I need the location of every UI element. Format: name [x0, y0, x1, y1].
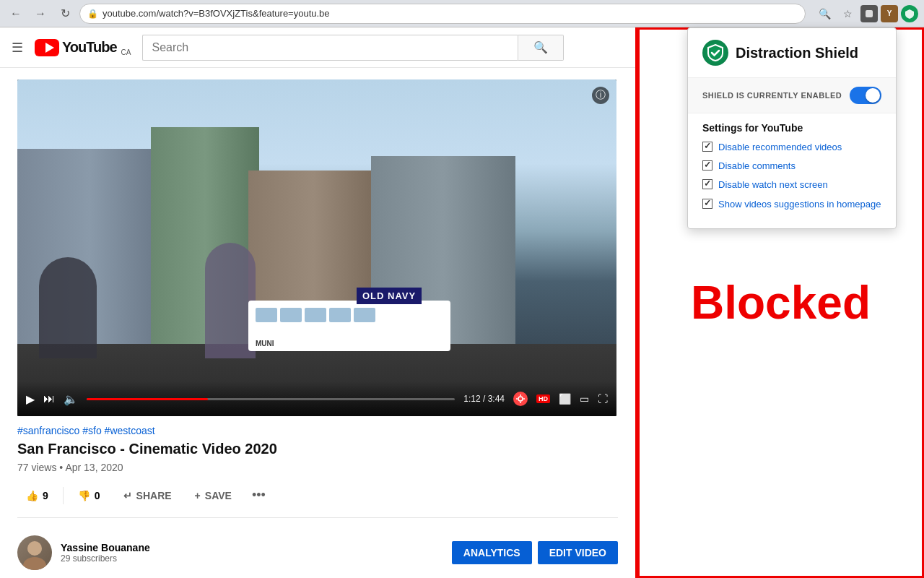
popup-toggle-row: SHIELD IS CURRENTLY ENABLED [688, 78, 896, 113]
channel-info: Yassine Bouanane 29 subscribers ANALYTIC… [17, 527, 618, 578]
hamburger-menu[interactable]: ☰ [12, 40, 23, 56]
popup-header: Distraction Shield [688, 28, 896, 78]
channel-buttons: ANALYTICS EDIT VIDEO [452, 541, 618, 564]
youtube-logo-icon [35, 39, 59, 56]
subscriber-count: 29 subscribers [61, 553, 150, 564]
checkbox-disable-watch-next[interactable] [702, 179, 712, 189]
analytics-button[interactable]: ANALYTICS [452, 541, 532, 564]
setting-show-video-suggestions: Show videos suggestions in homepage [702, 198, 881, 211]
person-1 [39, 257, 97, 358]
zoom-button[interactable]: 🔍 [814, 4, 834, 24]
hd-badge: HD [536, 394, 550, 403]
search-button[interactable]: 🔍 [518, 35, 564, 61]
checkbox-disable-comments[interactable] [702, 160, 712, 171]
bus-window [354, 308, 375, 322]
bus-window [280, 308, 302, 322]
old-navy-sign: OLD NAVY [357, 288, 422, 304]
bus-window [329, 308, 351, 322]
video-main-content: MUNI OLD NAVY ⓘ ▶ ⏭ 🔈 1:12 / 3:44 [0, 68, 635, 578]
reload-button[interactable]: ↻ [55, 4, 75, 24]
share-label: SHARE [136, 490, 172, 501]
save-icon: + [195, 490, 201, 501]
setting-disable-recommended: Disable recommended videos [702, 141, 881, 154]
miniplayer-button[interactable]: ⬜ [559, 393, 571, 405]
channel-details: Yassine Bouanane 29 subscribers [61, 542, 150, 564]
time-display: 1:12 / 3:44 [463, 394, 505, 404]
theater-button[interactable]: ▭ [580, 393, 589, 405]
svg-marker-1 [45, 43, 54, 53]
video-thumbnail: MUNI OLD NAVY [17, 79, 616, 416]
view-count: 77 views [17, 462, 56, 473]
checkbox-disable-recommended[interactable] [702, 142, 712, 152]
progress-bar[interactable] [87, 398, 455, 400]
shield-status-label: SHIELD IS CURRENTLY ENABLED [702, 91, 842, 100]
dislike-count: 0 [95, 490, 100, 501]
extension-icon-2[interactable]: Y [881, 5, 898, 22]
blocked-text: Blocked [691, 276, 871, 329]
bus-window [305, 308, 326, 322]
popup-settings-section: Settings for YouTube Disable recommended… [688, 113, 896, 228]
more-options-button[interactable]: ••• [246, 482, 271, 509]
share-icon: ↵ [123, 490, 132, 501]
toolbar-icons: 🔍 ☆ Y [814, 4, 918, 24]
youtube-logo-text: YouTube [62, 39, 117, 56]
distraction-shield-icon[interactable] [901, 5, 918, 22]
label-disable-watch-next[interactable]: Disable watch next screen [718, 178, 828, 191]
save-button[interactable]: + SAVE [186, 484, 240, 507]
thumbs-down-icon: 👎 [78, 490, 90, 501]
toggle-knob [866, 88, 880, 103]
url-text: youtube.com/watch?v=B3fOVXjZTis&feature=… [103, 8, 330, 19]
checkbox-show-video-suggestions[interactable] [702, 199, 712, 209]
youtube-content: ☰ YouTube CA 🔍 [0, 27, 635, 578]
settings-hd-icon[interactable] [513, 392, 528, 406]
thumbs-up-icon: 👍 [26, 490, 38, 501]
svg-point-4 [23, 557, 46, 570]
video-controls: ▶ ⏭ 🔈 1:12 / 3:44 HD ⬜ ▭ ⛶ [17, 381, 616, 416]
svg-point-3 [27, 541, 42, 556]
extension-icon-1[interactable] [860, 5, 878, 22]
search-input[interactable] [142, 35, 518, 61]
back-button[interactable]: ← [6, 4, 26, 24]
svg-point-2 [518, 397, 523, 401]
video-player[interactable]: MUNI OLD NAVY ⓘ ▶ ⏭ 🔈 1:12 / 3:44 [17, 79, 616, 416]
like-count: 9 [43, 490, 48, 501]
setting-disable-comments: Disable comments [702, 160, 881, 173]
lock-icon: 🔒 [87, 9, 98, 19]
youtube-search: 🔍 [142, 35, 624, 61]
toggle-switch[interactable] [850, 87, 881, 104]
share-button[interactable]: ↵ SHARE [115, 484, 180, 507]
popup-title: Distraction Shield [736, 45, 858, 61]
channel-name[interactable]: Yassine Bouanane [61, 542, 150, 553]
upload-date: Apr 13, 2020 [65, 462, 123, 473]
youtube-header: ☰ YouTube CA 🔍 [0, 27, 635, 68]
progress-fill [87, 398, 208, 400]
forward-button[interactable]: → [30, 4, 51, 24]
bus-window [256, 308, 277, 322]
popup-section-title: Settings for YouTube [702, 122, 881, 134]
browser-toolbar: ← → ↻ 🔒 youtube.com/watch?v=B3fOVXjZTis&… [0, 0, 924, 27]
extension-popup: Distraction Shield SHIELD IS CURRENTLY E… [687, 27, 897, 229]
save-label: SAVE [205, 490, 232, 501]
skip-button[interactable]: ⏭ [43, 392, 55, 405]
address-bar[interactable]: 🔒 youtube.com/watch?v=B3fOVXjZTis&featur… [79, 4, 806, 24]
play-button[interactable]: ▶ [26, 392, 35, 406]
youtube-logo-country: CA [121, 48, 131, 56]
popup-shield-icon [702, 40, 728, 66]
dislike-button[interactable]: 👎 0 [69, 484, 109, 507]
label-disable-comments[interactable]: Disable comments [718, 160, 796, 173]
video-actions: 👍 9 👎 0 ↵ SHARE + SAVE [17, 482, 618, 518]
setting-disable-watch-next: Disable watch next screen [702, 178, 881, 191]
info-button[interactable]: ⓘ [592, 87, 609, 104]
label-show-video-suggestions[interactable]: Show videos suggestions in homepage [718, 198, 881, 211]
video-tags[interactable]: #sanfrancisco #sfo #westcoast [17, 425, 618, 436]
bookmark-button[interactable]: ☆ [837, 4, 858, 24]
like-button[interactable]: 👍 9 [17, 484, 57, 507]
volume-button[interactable]: 🔈 [64, 392, 78, 406]
label-disable-recommended[interactable]: Disable recommended videos [718, 141, 842, 154]
video-title: San Francisco - Cinematic Video 2020 [17, 441, 618, 457]
bus-windows [256, 308, 375, 322]
video-info: #sanfrancisco #sfo #westcoast San Franci… [17, 422, 618, 521]
edit-video-button[interactable]: EDIT VIDEO [538, 541, 618, 564]
youtube-logo[interactable]: YouTube CA [35, 39, 131, 56]
fullscreen-button[interactable]: ⛶ [598, 393, 608, 405]
